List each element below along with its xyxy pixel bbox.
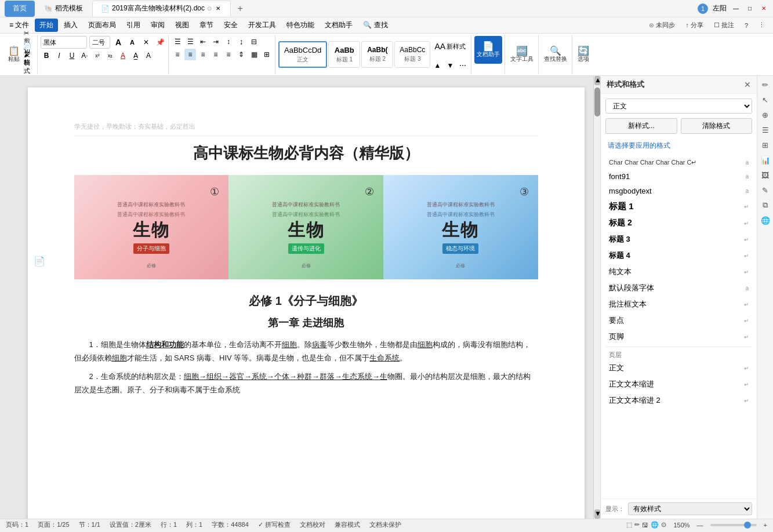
doc-assistant-button[interactable]: 📄 文档助手 [474, 36, 502, 64]
more-button[interactable]: ⋮ [755, 20, 768, 30]
zoom-slider[interactable] [710, 524, 757, 526]
font-size-input[interactable] [89, 36, 110, 49]
menu-find[interactable]: 🔍 查找 [358, 19, 392, 32]
align-right-btn[interactable]: ≡ [197, 49, 209, 60]
style-item-default-para[interactable]: 默认段落字体 a [605, 280, 752, 296]
scroll-down-arrow[interactable]: ▼ [594, 509, 600, 519]
menu-insert[interactable]: 插入 [59, 19, 82, 32]
right-icon-link[interactable]: ⧉ [759, 199, 772, 212]
list-bullet-btn[interactable]: ☰ [172, 36, 183, 48]
text-tools-button[interactable]: 🔤 文字工具 [508, 41, 536, 68]
align-center-btn[interactable]: ≡ [184, 49, 196, 60]
style-dropdown[interactable]: 正文 [605, 99, 752, 114]
align-justify-btn[interactable]: ≡ [210, 49, 222, 60]
underline-button[interactable]: U [66, 50, 78, 61]
style-h2-box[interactable]: AaBb( 标题 2 [361, 41, 393, 68]
menu-view[interactable]: 视图 [170, 19, 194, 32]
restore-button[interactable]: □ [745, 4, 754, 13]
right-icon-grid[interactable]: ⊞ [759, 139, 772, 151]
style-item-msgbodytext[interactable]: msgbodytext a [605, 184, 752, 198]
right-icon-pen[interactable]: ✏ [759, 78, 772, 91]
highlight-btn[interactable]: A̲ [130, 50, 141, 61]
close-button[interactable]: ✕ [759, 4, 768, 13]
right-icon-cursor[interactable]: ↖ [759, 93, 772, 106]
clear-format-button[interactable]: ✕ [140, 37, 152, 48]
right-icon-list[interactable]: ☰ [759, 123, 772, 136]
tab-home[interactable]: 首页 [5, 1, 35, 17]
help-button[interactable]: ? [741, 21, 752, 30]
comment-button[interactable]: ☐ 批注 [710, 20, 738, 31]
style-h1-box[interactable]: AaBb 标题 1 [328, 41, 360, 68]
zoom-plus-button[interactable]: + [764, 522, 767, 529]
style-item-charcharchar[interactable]: Char Char Char Char Char C↵ a [605, 156, 752, 169]
style-item-plaintext[interactable]: 纯文本 ↵ [605, 264, 752, 279]
vscroll-bar[interactable]: ▲ ▼ [593, 76, 600, 519]
style-normal-box[interactable]: AaBbCcDd 正文 [278, 41, 327, 68]
pin-button[interactable]: 📌 [154, 37, 166, 48]
style-item-h3[interactable]: 标题 3 ↵ [605, 232, 752, 247]
menu-home[interactable]: 开始 [35, 19, 58, 32]
clear-format-sidebar-button[interactable]: 清除格式 [681, 118, 753, 134]
style-item-h1[interactable]: 标题 1 ↵ [605, 199, 752, 214]
view-icon-3[interactable]: 🖫 [642, 522, 648, 529]
style-h3-box[interactable]: AaBbCc 标题 3 [394, 41, 430, 68]
font-color-btn-a[interactable]: A· [79, 50, 90, 61]
view-icon-5[interactable]: ⊙ [661, 521, 666, 529]
menu-references[interactable]: 引用 [122, 19, 145, 32]
doc-area[interactable]: ▲ ▼ 📄 学无捷径，早晚勤读；夯实基础，必定胜出 高中课标生物必背内容（精华版… [0, 76, 600, 519]
borders-btn[interactable]: ⊟ [248, 36, 260, 48]
style-item-body[interactable]: 正文 ↵ [605, 360, 752, 376]
menu-special[interactable]: 特色功能 [282, 19, 319, 32]
menu-docassist[interactable]: 文档助手 [320, 19, 357, 32]
superscript-btn[interactable]: x₂ [104, 50, 116, 61]
tab-doc[interactable]: 📄 2019富高生物晚读材料(2).doc ⊙ ✕ [92, 1, 231, 17]
menu-dev[interactable]: 开发工具 [244, 19, 281, 32]
bold-button[interactable]: B [41, 50, 52, 61]
subscript-btn[interactable]: x² [92, 50, 103, 61]
zoom-minus-button[interactable]: — [697, 522, 703, 529]
new-tab-button[interactable]: + [232, 1, 248, 17]
sync-button[interactable]: ⊙ 未同步 [645, 20, 678, 31]
right-icon-chart[interactable]: 📊 [759, 154, 772, 166]
view-icon-1[interactable]: ⬚ [626, 521, 632, 529]
new-style-button[interactable]: AA 新样式 [433, 38, 469, 55]
indent-increase-btn[interactable]: ⇥ [210, 36, 222, 48]
sidebar-close-button[interactable]: ✕ [744, 80, 751, 89]
style-item-body-indent2[interactable]: 正文文本缩进 2 ↵ [605, 393, 752, 408]
more-align-btn[interactable]: ⊞ [261, 49, 273, 60]
tab-close-button[interactable]: ✕ [214, 5, 222, 13]
style-down-btn[interactable]: ▼ [444, 60, 456, 71]
right-icon-add[interactable]: ⊕ [759, 108, 772, 121]
font-name-input[interactable] [41, 36, 87, 49]
show-styles-select[interactable]: 有效样式 [628, 502, 752, 515]
scroll-thumb[interactable] [594, 88, 600, 116]
zoom-thumb[interactable] [744, 522, 751, 529]
share-button[interactable]: ↑ 分享 [682, 20, 707, 31]
paste-button[interactable]: 📋 粘贴 [6, 41, 22, 68]
minimize-button[interactable]: — [731, 4, 741, 13]
right-icon-image[interactable]: 🖼 [759, 169, 772, 181]
tab-shell[interactable]: 🐚 稻壳模板 [36, 1, 91, 17]
scroll-up-arrow[interactable]: ▲ [594, 76, 600, 85]
style-item-h4[interactable]: 标题 4 ↵ [605, 248, 752, 263]
distribute-btn[interactable]: ≡ [223, 49, 234, 60]
find-replace-button[interactable]: 🔍 查找替换 [542, 41, 569, 68]
style-item-comment[interactable]: 批注框文本 ↵ [605, 297, 752, 312]
view-icon-2[interactable]: ✏ [634, 521, 640, 529]
menu-review[interactable]: 审阅 [146, 19, 169, 32]
style-item-body-indent[interactable]: 正文文本缩进 ↵ [605, 377, 752, 392]
right-icon-edit[interactable]: ✎ [759, 184, 772, 196]
indent-decrease-btn[interactable]: ⇤ [197, 36, 209, 48]
style-item-footer[interactable]: 页脚 ↵ [605, 329, 752, 344]
font-size-increase-button[interactable]: A [112, 37, 124, 48]
style-more-btn[interactable]: ⋯ [457, 60, 469, 71]
format-painter-button[interactable]: 🖌 格式刷 [23, 61, 35, 73]
sort-btn[interactable]: ↕ [223, 36, 234, 48]
menu-security[interactable]: 安全 [219, 19, 242, 32]
right-icon-web[interactable]: 🌐 [759, 214, 772, 227]
font-color-btn[interactable]: A [117, 50, 129, 61]
style-item-font91[interactable]: font91 a [605, 170, 752, 183]
style-item-h2[interactable]: 标题 2 ↵ [605, 216, 752, 231]
line-spacing-btn[interactable]: ↨ [235, 36, 247, 48]
style-item-keypoint[interactable]: 要点 ↵ [605, 313, 752, 328]
